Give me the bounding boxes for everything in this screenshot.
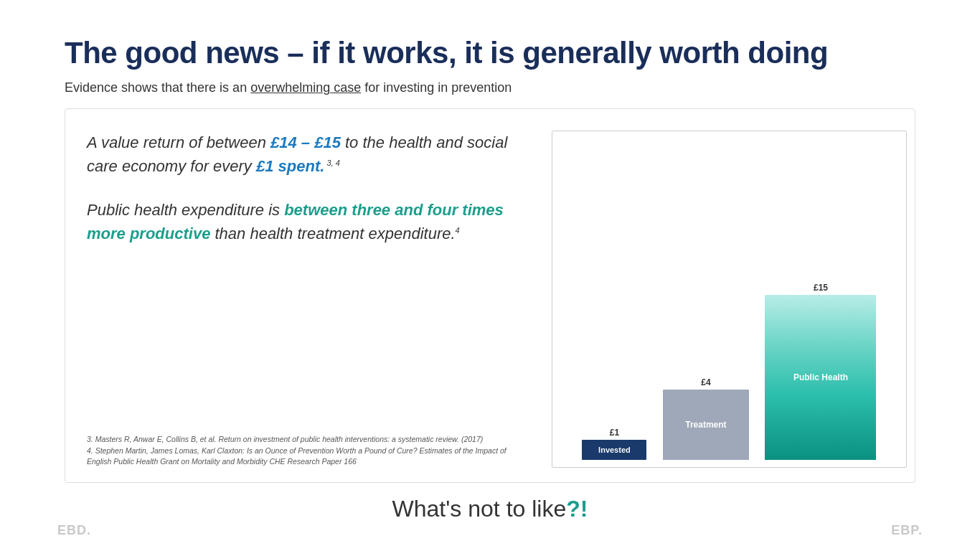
page-title: The good news – if it works, it is gener… (65, 36, 915, 70)
left-panel: A value return of between £14 – £15 to t… (87, 131, 530, 468)
closing-text: What's not to like?! (65, 496, 915, 522)
logo-left: EBD. (57, 523, 91, 538)
footnotes: 3. Masters R, Anwar E, Collins B, et al.… (87, 434, 530, 468)
value-return-text: A value return of between £14 – £15 to t… (87, 131, 530, 178)
page: The good news – if it works, it is gener… (0, 0, 980, 551)
value-return-prefix: A value return of between (87, 133, 270, 151)
subtitle: Evidence shows that there is an overwhel… (65, 80, 915, 95)
chart-container: £1 Invested £4 Treatment £15 (552, 131, 907, 468)
expenditure-text: Public health expenditure is between thr… (87, 198, 530, 245)
expenditure-ref: 4 (456, 226, 460, 235)
bar-treatment-col: £4 Treatment (663, 377, 749, 460)
bar-invested-col: £1 Invested (582, 428, 646, 460)
footnote-4: 4. Stephen Martin, James Lomas, Karl Cla… (87, 446, 530, 468)
subtitle-suffix: for investing in prevention (361, 80, 512, 95)
ph-bar-label: Public Health (793, 372, 848, 382)
text-content: A value return of between £14 – £15 to t… (87, 131, 530, 419)
footnote-3: 3. Masters R, Anwar E, Collins B, et al.… (87, 434, 530, 446)
header-section: The good news – if it works, it is gener… (65, 36, 915, 95)
treatment-top-label: £4 (701, 377, 710, 387)
logo-right: EBP. (891, 523, 923, 538)
invested-bar-label: Invested (598, 446, 631, 454)
subtitle-highlight: overwhelming case (250, 80, 361, 95)
bar-ph-col: £15 Public Health (765, 283, 876, 460)
treatment-bar-label: Treatment (685, 420, 726, 430)
ph-bar: Public Health (765, 295, 876, 460)
invested-top-label: £1 (610, 428, 619, 438)
value-return-refs: 3, 4 (324, 159, 339, 167)
bottom-section: What's not to like?! (65, 483, 915, 529)
expenditure-suffix: than health treatment expenditure. (210, 225, 455, 242)
closing-accent: ?! (566, 496, 588, 522)
subtitle-prefix: Evidence shows that there is an (65, 80, 250, 95)
treatment-bar: Treatment (663, 390, 749, 460)
closing-prefix: What's not to like (392, 496, 567, 522)
value-return-range: £14 – £15 (270, 133, 341, 151)
ph-top-label: £15 (814, 283, 828, 293)
expenditure-prefix: Public health expenditure is (87, 201, 284, 219)
invested-bar: Invested (582, 440, 646, 460)
value-return-amount: £1 spent. (256, 157, 324, 175)
right-panel: £1 Invested £4 Treatment £15 (552, 131, 907, 468)
content-box: A value return of between £14 – £15 to t… (65, 108, 915, 483)
